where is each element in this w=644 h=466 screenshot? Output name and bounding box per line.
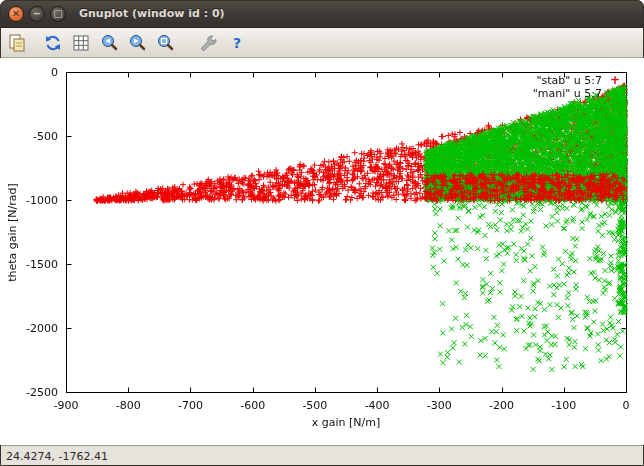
configure-button[interactable] (196, 30, 222, 56)
zoom-autoscale-button[interactable] (152, 30, 178, 56)
help-button[interactable]: ? (224, 30, 250, 56)
zoom-previous-icon (99, 33, 119, 53)
svg-text:?: ? (233, 35, 241, 51)
copy-button[interactable] (4, 30, 30, 56)
x-tick-label: -100 (551, 399, 576, 412)
copy-icon (7, 33, 27, 53)
y-axis-label-column: theta gain [N/rad] (0, 58, 24, 406)
gnuplot-window: ✕ − □ Gnuplot (window id : 0) (0, 0, 644, 466)
titlebar[interactable]: ✕ − □ Gnuplot (window id : 0) (0, 0, 644, 28)
zoom-previous-button[interactable] (96, 30, 122, 56)
plot-area: theta gain [N/rad] x gain [N/m] "stab" u… (0, 58, 644, 445)
zoom-autoscale-icon (155, 33, 175, 53)
legend-entry-mani: "mani" u 5:7 × (533, 87, 622, 100)
maximize-button[interactable]: □ (50, 6, 66, 22)
replot-button[interactable] (40, 30, 66, 56)
cursor-coordinates: 24.4274, -1762.41 (6, 450, 108, 463)
x-tick-label: 0 (623, 399, 630, 412)
toolbar: ? (0, 28, 644, 58)
window-title: Gnuplot (window id : 0) (79, 7, 225, 20)
zoom-next-icon (127, 33, 147, 53)
x-tick-label: -400 (365, 399, 390, 412)
wrench-icon (199, 33, 219, 53)
legend-label: "stab" u 5:7 (536, 74, 602, 87)
y-tick-label: 0 (51, 66, 58, 79)
grid-icon (71, 33, 91, 53)
replot-icon (43, 33, 63, 53)
statusbar: 24.4274, -1762.41 (0, 445, 644, 466)
close-button[interactable]: ✕ (8, 6, 24, 22)
x-tick-label: -900 (54, 399, 79, 412)
x-tick-label: -500 (302, 399, 327, 412)
plot-canvas[interactable] (0, 58, 644, 445)
help-icon: ? (227, 33, 247, 53)
legend-label: "mani" u 5:7 (533, 87, 602, 100)
x-axis-label: x gain [N/m] (312, 416, 381, 429)
legend-marker-cross: × (608, 87, 622, 100)
toggle-grid-button[interactable] (68, 30, 94, 56)
zoom-next-button[interactable] (124, 30, 150, 56)
x-tick-label: -300 (427, 399, 452, 412)
x-tick-label: -700 (178, 399, 203, 412)
x-tick-label: -800 (116, 399, 141, 412)
x-tick-label: -600 (240, 399, 265, 412)
minimize-button[interactable]: − (29, 6, 45, 22)
y-tick-label: -2000 (26, 322, 58, 335)
x-tick-label: -200 (489, 399, 514, 412)
y-tick-label: -500 (33, 130, 58, 143)
legend-entry-stab: "stab" u 5:7 + (533, 74, 622, 87)
y-tick-label: -1500 (26, 258, 58, 271)
legend: "stab" u 5:7 + "mani" u 5:7 × (533, 74, 622, 100)
y-axis-label: theta gain [N/rad] (6, 183, 19, 282)
y-tick-label: -2500 (26, 386, 58, 399)
y-tick-label: -1000 (26, 194, 58, 207)
